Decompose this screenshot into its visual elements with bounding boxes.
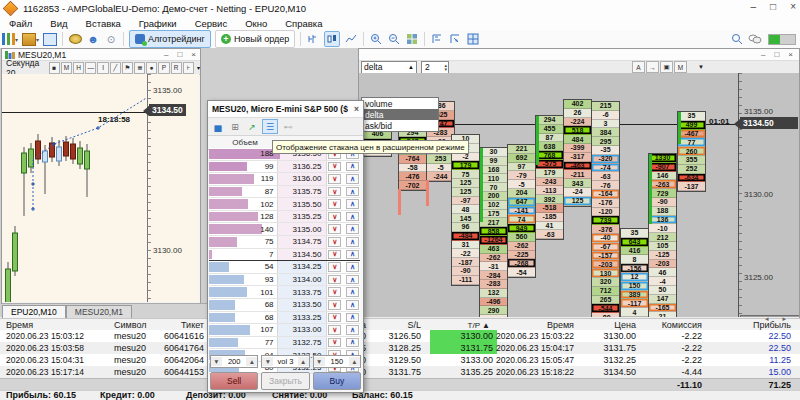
grid-icon[interactable] — [466, 32, 480, 46]
lot-size-spinner[interactable]: ▾200▴ — [210, 355, 258, 368]
sell-at-price-button[interactable]: ∨ — [328, 313, 341, 323]
ladder-row[interactable]: 993136.25∨∧ — [209, 161, 360, 174]
volume-spinner[interactable]: ▾vol 3▴ — [261, 355, 309, 368]
ladder-row[interactable]: 683133.25∨∧ — [209, 312, 360, 325]
volume-cell[interactable]: 99 — [209, 161, 278, 173]
ladder-row[interactable]: 1283135.25∨∧ — [209, 211, 360, 224]
buy-at-price-button[interactable]: ∧ — [346, 187, 359, 197]
spinner-down-icon[interactable]: ▾ — [211, 357, 222, 366]
sell-at-price-button[interactable]: ∨ — [328, 199, 341, 209]
toolbar-overflow-icon[interactable]: ▼ — [698, 64, 704, 70]
order-panel-title-bar[interactable]: MESU20, Micro E-mini S&P 500 ($... × — [208, 101, 363, 118]
menu-item-вид[interactable]: Вид — [41, 18, 76, 29]
price-cell[interactable]: 3135.00 — [278, 223, 328, 235]
price-cell[interactable]: 3133.25 — [278, 312, 328, 324]
order-panel-close-icon[interactable]: × — [354, 104, 359, 114]
price-cell[interactable]: 3132.75 — [278, 337, 328, 349]
chart-tool-button-7[interactable]: ≣ — [134, 62, 145, 74]
history-row[interactable]: 2020.06.23 15:03:12mesu20606416163128.50… — [0, 330, 800, 342]
volume-cell[interactable]: 54 — [209, 261, 278, 273]
volume-cell[interactable]: 107 — [209, 324, 278, 336]
zoom-out-icon[interactable] — [387, 32, 401, 46]
search-icon[interactable] — [730, 32, 744, 46]
sell-at-price-button[interactable]: ∨ — [328, 287, 341, 297]
menu-item-сервис[interactable]: Сервис — [186, 18, 237, 29]
cluster-chart[interactable]: 406-821-45307237302294547413-764-58-476-… — [359, 73, 799, 317]
price-cell[interactable]: 3134.00 — [278, 274, 328, 286]
volume-cell[interactable]: 87 — [209, 186, 278, 198]
volume-cell[interactable]: 77 — [209, 337, 278, 349]
sell-at-price-button[interactable]: ∨ — [328, 325, 341, 335]
algo-trading-button[interactable]: Алготрейдинг — [129, 30, 211, 48]
deposit-icon[interactable] — [68, 32, 82, 46]
chat-icon[interactable] — [748, 32, 762, 46]
volume-cell[interactable]: 140 — [209, 223, 278, 235]
crosshair-icon[interactable] — [430, 32, 444, 46]
cluster-header-button-0[interactable]: A — [632, 61, 645, 73]
dropdown-option-ask-bid[interactable]: ask/bid — [362, 120, 438, 131]
price-cell[interactable]: 3134.50 — [278, 249, 328, 261]
buy-at-price-button[interactable]: ∧ — [346, 300, 359, 310]
equalizer-icon[interactable]: ▅ — [211, 120, 225, 133]
chart-tool-button-2[interactable]: H — [73, 62, 84, 74]
child-close-button[interactable]: × — [191, 50, 196, 59]
tab-epu20,m10[interactable]: EPU20,M10 — [2, 305, 66, 319]
history-row[interactable]: 2020.06.23 15:03:58mesu20606417643130.25… — [0, 342, 800, 354]
child2-close-button[interactable]: × — [788, 50, 793, 59]
table-scroll-arrows[interactable]: ◂ ▸ — [765, 315, 792, 323]
price-chart[interactable]: 18:18:58 3135.003134.503130.00 — [2, 74, 199, 302]
volume-cell[interactable]: 102 — [209, 198, 278, 210]
spinner-down-icon[interactable]: ▾ — [262, 357, 273, 366]
chart-arrow-icon[interactable]: ↗ — [245, 120, 259, 133]
menu-item-справка[interactable]: Справка — [276, 18, 331, 29]
buy-at-price-button[interactable]: ∧ — [346, 212, 359, 222]
ladder-row[interactable]: 543134.25∨∧ — [209, 261, 360, 274]
ladder-row[interactable]: 933134.00∨∧ — [209, 274, 360, 287]
dropdown-option-volume[interactable]: volume — [362, 98, 438, 109]
menu-item-окно[interactable]: Окно — [236, 18, 276, 29]
sell-at-price-button[interactable]: ∨ — [328, 338, 341, 348]
buy-at-price-button[interactable]: ∧ — [346, 162, 359, 172]
child-maximize-button[interactable]: □ — [177, 50, 182, 59]
spinner-down-icon[interactable]: ▾ — [314, 357, 325, 366]
price-cell[interactable]: 3133.50 — [278, 299, 328, 311]
menu-item-графики[interactable]: Графики — [130, 18, 186, 29]
buy-at-price-button[interactable]: ∧ — [346, 325, 359, 335]
ladder-row[interactable]: 1023135.50∨∧ — [209, 198, 360, 211]
child2-minimize-button[interactable]: – — [761, 50, 765, 59]
chart-tool-button-9[interactable]: P — [158, 62, 169, 74]
ladder-row[interactable]: 683133.50∨∧ — [209, 299, 360, 312]
menu-item-файл[interactable]: Файл — [0, 18, 41, 29]
price-cell[interactable]: 3133.75 — [278, 286, 328, 298]
maximize-button[interactable]: □ — [770, 1, 776, 12]
chart-tool-button-1[interactable]: M — [61, 62, 72, 74]
cluster-header-button-2[interactable]: ▣ — [660, 61, 673, 73]
tab-mesu20,m1[interactable]: MESU20,M1 — [66, 305, 132, 319]
buy-at-price-button[interactable]: ∧ — [346, 262, 359, 272]
buy-at-price-button[interactable]: ∧ — [346, 338, 359, 348]
buy-at-price-button[interactable]: ∧ — [346, 237, 359, 247]
buy-at-price-button[interactable]: ∧ — [346, 287, 359, 297]
menu-item-вставка[interactable]: Вставка — [77, 18, 130, 29]
sell-at-price-button[interactable]: ∨ — [328, 212, 341, 222]
ladder-row[interactable]: 73134.50∨∧ — [209, 249, 360, 262]
new-chart-icon[interactable]: ▾ — [2, 32, 18, 46]
close-button[interactable]: × — [790, 1, 796, 12]
price-cell[interactable]: 3134.25 — [278, 261, 328, 273]
signal-icon[interactable]: ⊙ — [104, 32, 118, 46]
tile-windows-icon[interactable] — [405, 32, 419, 46]
volume-cell[interactable]: 119 — [209, 173, 278, 185]
candle-chart-icon[interactable] — [324, 31, 340, 47]
spinner-up-icon[interactable]: ▴ — [298, 357, 309, 366]
ladder-row[interactable]: 873135.75∨∧ — [209, 186, 360, 199]
sell-at-price-button[interactable]: ∨ — [328, 300, 341, 310]
buy-at-price-button[interactable]: ∧ — [346, 174, 359, 184]
price-cell[interactable]: 3133.00 — [278, 324, 328, 336]
ladder-row[interactable]: 773132.75∨∧ — [209, 337, 360, 350]
new-window-icon[interactable] — [43, 32, 57, 46]
buy-button[interactable]: Buy — [313, 372, 361, 390]
buy-at-price-button[interactable]: ∧ — [346, 313, 359, 323]
chart-tool-button-0[interactable]: ■ — [49, 62, 60, 74]
spinner-up-icon[interactable]: ▴ — [349, 357, 360, 366]
dropdown-option-delta[interactable]: delta — [362, 109, 438, 120]
